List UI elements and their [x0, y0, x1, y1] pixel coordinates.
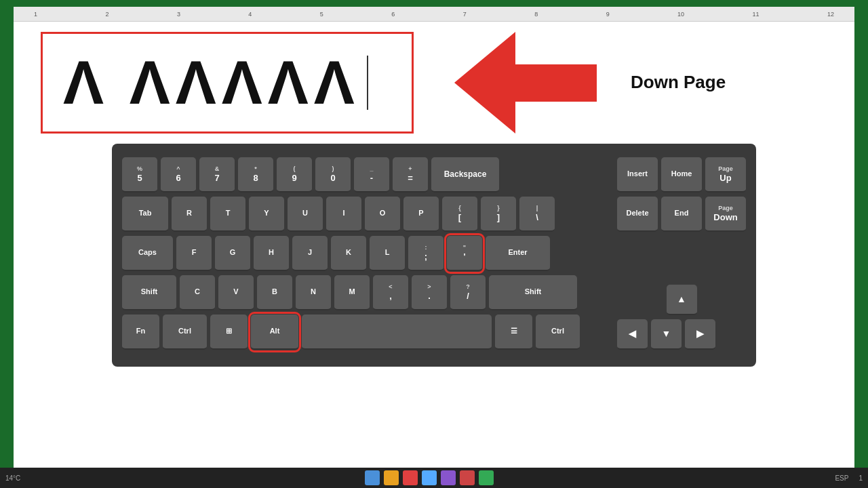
- ruler-marks: 1 2 3 4 5 6 7 8 9 10 11 12: [34, 11, 834, 18]
- taskbar-lang: ESP: [835, 474, 848, 482]
- caret-symbols: Λ ΛΛΛΛΛ: [63, 52, 360, 113]
- taskbar-icon-7[interactable]: [479, 470, 494, 485]
- key-0[interactable]: )0: [315, 157, 351, 192]
- key-tab[interactable]: Tab: [122, 197, 168, 232]
- taskbar-icon-1[interactable]: [365, 470, 380, 485]
- cursor-bar: [367, 56, 368, 110]
- key-left[interactable]: ◀: [617, 319, 648, 350]
- key-ctrl-left[interactable]: Ctrl: [163, 314, 207, 350]
- key-caps[interactable]: Caps: [122, 236, 173, 271]
- key-fn[interactable]: Fn: [122, 314, 159, 350]
- key-t[interactable]: T: [210, 197, 245, 232]
- key-menu[interactable]: ☰: [495, 314, 532, 350]
- key-backspace[interactable]: Backspace: [431, 157, 499, 192]
- key-bracket-open[interactable]: {[: [442, 197, 477, 232]
- key-semicolon[interactable]: :;: [408, 236, 443, 271]
- key-n[interactable]: N: [296, 275, 331, 310]
- taskbar-icon-5[interactable]: [441, 470, 456, 485]
- key-9[interactable]: (9: [277, 157, 312, 192]
- nav-mid-row: Delete End PageDown: [617, 197, 746, 232]
- key-row-5: Fn Ctrl ⊞ Alt ☰ Ctrl: [122, 314, 607, 350]
- key-8[interactable]: *8: [238, 157, 273, 192]
- key-slash[interactable]: ?/: [450, 275, 486, 310]
- key-l[interactable]: L: [370, 236, 405, 271]
- key-o[interactable]: O: [365, 197, 400, 232]
- text-display-box: Λ ΛΛΛΛΛ: [41, 32, 414, 134]
- taskbar-icon-3[interactable]: [403, 470, 418, 485]
- key-backslash[interactable]: |\: [519, 197, 555, 232]
- key-row-1: %5 ^6 &7 *8 (9 )0 _- += Backspace: [122, 157, 607, 192]
- key-row-4: Shift C V B N M <, >. ?/ Shift: [122, 275, 607, 310]
- key-quote[interactable]: "': [447, 236, 482, 271]
- key-insert[interactable]: Insert: [617, 157, 658, 192]
- taskbar: 14°C ESP 1: [0, 468, 868, 488]
- arrow-bottom-row: ◀ ▼ ▶: [617, 319, 746, 350]
- key-m[interactable]: M: [334, 275, 370, 310]
- arrow-keys: ▲ ◀ ▼ ▶: [617, 285, 746, 350]
- key-pagedown[interactable]: PageDown: [705, 197, 746, 232]
- arrow-pointer: [454, 32, 515, 134]
- key-c[interactable]: C: [180, 275, 215, 310]
- key-alt[interactable]: Alt: [251, 314, 298, 350]
- key-bracket-close[interactable]: }]: [481, 197, 516, 232]
- key-r[interactable]: R: [172, 197, 207, 232]
- key-home[interactable]: Home: [661, 157, 702, 192]
- key-row-3: Caps F G H J K L :; "' Enter: [122, 236, 607, 271]
- key-down[interactable]: ▼: [651, 319, 682, 350]
- key-win[interactable]: ⊞: [210, 314, 248, 350]
- key-shift-right[interactable]: Shift: [489, 275, 577, 310]
- key-period[interactable]: >.: [412, 275, 447, 310]
- key-pageup[interactable]: PageUp: [705, 157, 746, 192]
- taskbar-icon-6[interactable]: [460, 470, 475, 485]
- top-section: Λ ΛΛΛΛΛ Down Page: [14, 22, 854, 144]
- arrow-container: [454, 32, 597, 134]
- taskbar-icon-2[interactable]: [384, 470, 399, 485]
- key-enter[interactable]: Enter: [486, 236, 550, 271]
- key-j[interactable]: J: [292, 236, 328, 271]
- key-minus[interactable]: _-: [354, 157, 389, 192]
- page-down-label: Down Page: [631, 71, 726, 94]
- arrow-shaft: [515, 64, 597, 102]
- keyboard: %5 ^6 &7 *8 (9 )0 _- += Backspace Tab R …: [112, 144, 756, 367]
- taskbar-page: 1: [859, 474, 863, 482]
- key-right[interactable]: ▶: [685, 319, 715, 350]
- key-i[interactable]: I: [326, 197, 361, 232]
- key-space[interactable]: [302, 314, 492, 350]
- key-end[interactable]: End: [661, 197, 702, 232]
- key-ctrl-right[interactable]: Ctrl: [536, 314, 580, 350]
- nav-top-row: Insert Home PageUp: [617, 157, 746, 192]
- key-equals[interactable]: +=: [393, 157, 428, 192]
- arrow-top-row: ▲: [617, 285, 746, 315]
- taskbar-temp: 14°C: [5, 474, 20, 482]
- key-row-2: Tab R T Y U I O P {[ }] |\: [122, 197, 607, 232]
- taskbar-icons[interactable]: [27, 470, 831, 485]
- taskbar-icon-4[interactable]: [422, 470, 437, 485]
- key-5[interactable]: %5: [122, 157, 157, 192]
- nav-cluster: Insert Home PageUp Delete End PageDown ▲: [617, 157, 746, 350]
- key-y[interactable]: Y: [249, 197, 284, 232]
- key-v[interactable]: V: [218, 275, 254, 310]
- keyboard-container: %5 ^6 &7 *8 (9 )0 _- += Backspace Tab R …: [14, 144, 854, 367]
- key-up[interactable]: ▲: [667, 285, 697, 315]
- key-b[interactable]: B: [257, 275, 292, 310]
- key-u[interactable]: U: [288, 197, 323, 232]
- key-h[interactable]: H: [254, 236, 289, 271]
- key-shift-left[interactable]: Shift: [122, 275, 176, 310]
- key-p[interactable]: P: [403, 197, 439, 232]
- keyboard-main: %5 ^6 &7 *8 (9 )0 _- += Backspace Tab R …: [122, 157, 607, 350]
- key-delete[interactable]: Delete: [617, 197, 658, 232]
- key-k[interactable]: K: [331, 236, 366, 271]
- key-f[interactable]: F: [176, 236, 212, 271]
- key-g[interactable]: G: [215, 236, 250, 271]
- key-7[interactable]: &7: [199, 157, 235, 192]
- key-comma[interactable]: <,: [373, 275, 408, 310]
- key-6[interactable]: ^6: [161, 157, 196, 192]
- main-content: 1 2 3 4 5 6 7 8 9 10 11 12 Λ ΛΛΛΛΛ Down …: [14, 7, 854, 468]
- ruler: 1 2 3 4 5 6 7 8 9 10 11 12: [14, 7, 854, 22]
